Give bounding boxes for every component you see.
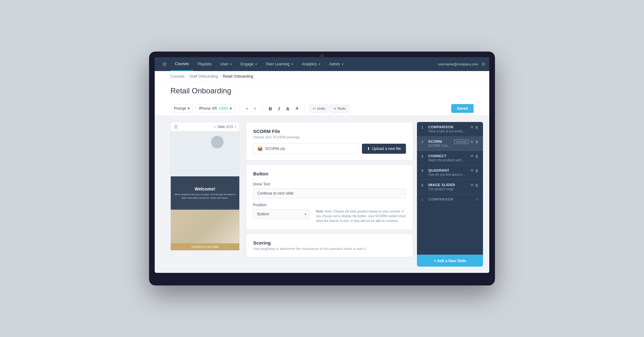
slide-welcome-text: Welcome! <box>195 186 215 191</box>
saved-button[interactable]: Saved <box>451 104 474 113</box>
redo-icon: ↪ <box>333 107 336 111</box>
slide-actions-2: Template ⚙ 🗑 <box>454 140 479 144</box>
slide-next-icon[interactable]: › <box>235 124 236 129</box>
undo-label: Undo <box>317 107 325 110</box>
device-chevron-icon: ▾ <box>230 106 232 111</box>
font-small-button[interactable]: A <box>294 105 300 112</box>
slide-actions-6: ⚙ <box>475 197 479 202</box>
nav-item-courses[interactable]: Courses <box>170 57 193 71</box>
nav-item-user[interactable]: User ▾ <box>216 57 236 71</box>
slide-info-3: CONNECT Match the products with... <box>428 154 468 162</box>
button-section-title: Button <box>253 171 406 176</box>
device-selector[interactable]: iPhone XR 100% ▾ <box>196 104 235 113</box>
slide-trash-icon-5[interactable]: 🗑 <box>475 183 479 187</box>
nav-items: Courses Playlists User ▾ Engage ▾ Peer L… <box>170 57 438 71</box>
nav-gear-icon[interactable]: ⚙ <box>158 61 170 67</box>
slide-trash-icon-2[interactable]: 🗑 <box>475 140 479 144</box>
slide-num-5: 5 <box>421 183 426 187</box>
slide-name-4: QUADRANT <box>428 168 468 172</box>
slide-gear-icon-4[interactable]: ⚙ <box>470 168 474 173</box>
nav-label-peer-learning: Peer Learning <box>266 62 289 66</box>
slide-prev-icon[interactable]: ‹ <box>214 124 216 129</box>
undo-redo-group: ↩ Undo ↪ Redo <box>309 105 349 113</box>
done-text-input[interactable] <box>253 188 406 198</box>
slide-counter-text: Slide 2/13 <box>217 125 233 129</box>
slide-preview-2: SCORM Content <box>428 144 452 147</box>
slide-list-item-6[interactable]: 1 COMPARISON ⚙ <box>417 194 483 205</box>
slide-name-1: COMPARISON <box>428 125 468 129</box>
nav-label-user: User <box>220 62 228 66</box>
slide-name-3: CONNECT <box>428 154 468 158</box>
nav-user-email: username@company.com <box>438 62 478 66</box>
slide-gear-icon-1[interactable]: ⚙ <box>470 125 474 129</box>
slide-info-5: IMAGE SLIDER Our product range <box>428 183 468 191</box>
nav-label-courses: Courses <box>175 62 189 66</box>
nav-label-engage: Engage <box>241 62 253 66</box>
scoring-title: Scoring <box>253 240 406 246</box>
nav-next-button[interactable]: › <box>252 104 258 113</box>
slide-actions-3: ⚙ 🗑 <box>470 154 479 158</box>
slide-actions-4: ⚙ 🗑 <box>470 168 479 173</box>
toolbar-sep-1 <box>240 105 240 112</box>
slide-continue-button[interactable]: Continue to next slide <box>171 243 239 250</box>
laptop-screen: ⚙ Courses Playlists User ▾ Engage ▾ Peer… <box>155 57 489 273</box>
device-zoom: 100% <box>219 106 228 111</box>
slide-gear-icon-2[interactable]: ⚙ <box>470 140 474 144</box>
nav-analytics-chevron: ▾ <box>319 63 320 66</box>
upload-label: Upload a new file <box>372 146 401 151</box>
position-row: Bottom Top Hidden ▾ Note: Note: Choose t… <box>253 209 406 223</box>
slide-list-item[interactable]: 1 COMPARISON Have a look at our produ...… <box>417 122 483 136</box>
undo-button[interactable]: ↩ Undo <box>309 105 329 113</box>
scoring-section: Scoring Use weighting to determine the i… <box>246 234 413 257</box>
slide-info-6: COMPARISON <box>428 197 473 202</box>
slide-list-item-3[interactable]: 3 CONNECT Match the products with... ⚙ 🗑 <box>417 151 483 165</box>
slide-name-5: IMAGE SLIDER <box>428 183 468 187</box>
slide-gear-icon-6[interactable]: ⚙ <box>475 197 479 202</box>
breadcrumb-sep-2: › <box>220 75 221 78</box>
prompt-button[interactable]: Prompt ▾ <box>170 104 193 113</box>
position-select-wrapper: Bottom Top Hidden ▾ <box>253 209 310 219</box>
font-large-button[interactable]: A <box>284 105 291 113</box>
upload-icon: ⬆ <box>367 146 370 151</box>
slide-list-item-4[interactable]: 4 QUADRANT How do you feel about e... ⚙ … <box>417 165 483 180</box>
slide-list-item-5[interactable]: 5 IMAGE SLIDER Our product range ⚙ 🗑 <box>417 180 483 194</box>
nav-item-admin[interactable]: Admin ▾ <box>325 57 348 71</box>
slide-trash-icon-3[interactable]: 🗑 <box>475 154 479 158</box>
slide-gear-icon-3[interactable]: ⚙ <box>470 154 474 158</box>
breadcrumb-courses[interactable]: Courses <box>170 74 185 79</box>
slide-middle-overlay: Welcome! We're excited to have you on bo… <box>171 176 239 210</box>
slide-nav-bar: ☰ ‹ Slide 2/13 › <box>170 122 240 131</box>
slide-menu-icon[interactable]: ☰ <box>174 124 178 129</box>
redo-button[interactable]: ↪ Redo <box>330 105 349 113</box>
nav-label-analytics: Analytics <box>302 62 317 66</box>
breadcrumb-staff-onboarding[interactable]: Staff Onboarding <box>189 74 218 79</box>
scorm-section: SCORM File Upload your SCORM package. 📦 … <box>246 122 413 161</box>
slide-preview-4: How do you feel about e... <box>428 173 468 176</box>
button-section: Button Done Text Position Bottom Top Hid… <box>246 164 413 230</box>
nav-settings-icon[interactable]: ⚙ <box>481 62 486 67</box>
nav-engage-chevron: ▾ <box>255 63 257 66</box>
file-name-text: SCORM.zip <box>265 146 285 151</box>
nav-item-peer-learning[interactable]: Peer Learning ▾ <box>261 57 297 71</box>
bold-button[interactable]: B <box>267 105 274 113</box>
prompt-chevron-icon: ▾ <box>188 106 190 111</box>
nav-label-admin: Admin <box>329 62 340 66</box>
nav-prev-button[interactable]: ‹ <box>244 104 250 113</box>
nav-right: username@company.com ⚙ <box>438 62 486 67</box>
slide-list-item-active[interactable]: 2 SCORM SCORM Content Template ⚙ 🗑 <box>417 136 483 151</box>
italic-button[interactable]: I <box>276 105 281 113</box>
position-select[interactable]: Bottom Top Hidden <box>253 209 310 219</box>
slide-actions-1: ⚙ 🗑 <box>470 125 479 129</box>
slide-actions-5: ⚙ 🗑 <box>470 183 479 187</box>
slide-gear-icon-5[interactable]: ⚙ <box>470 183 474 187</box>
upload-button[interactable]: ⬆ Upload a new file <box>362 144 406 154</box>
page-title: Retail Onboarding <box>170 86 474 95</box>
slide-trash-icon-1[interactable]: 🗑 <box>475 125 479 129</box>
slide-trash-icon-4[interactable]: 🗑 <box>475 169 479 173</box>
nav-item-engage[interactable]: Engage ▾ <box>236 57 261 71</box>
add-slide-button[interactable]: + Add a New Slide <box>417 255 483 267</box>
slide-info-4: QUADRANT How do you feel about e... <box>428 168 468 176</box>
nav-item-analytics[interactable]: Analytics ▾ <box>297 57 325 71</box>
nav-item-playlists[interactable]: Playlists <box>193 57 216 71</box>
breadcrumb-current: Retail Onboarding <box>223 74 253 79</box>
